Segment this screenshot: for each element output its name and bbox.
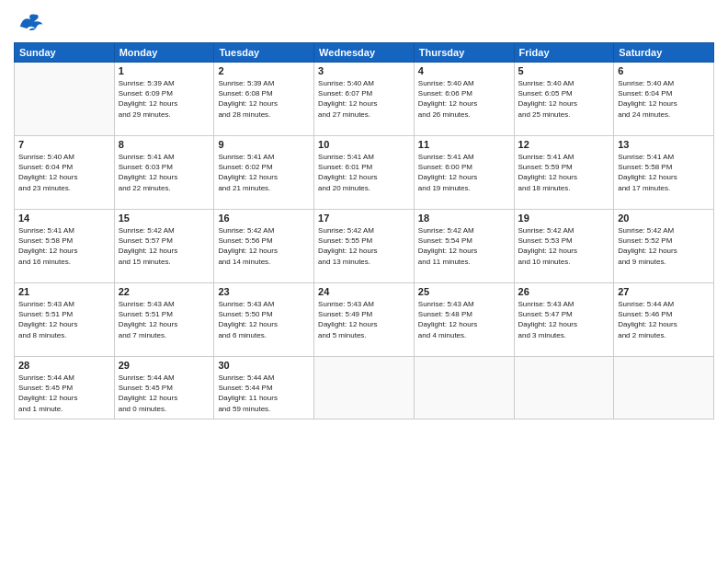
day-info: Sunrise: 5:44 AM Sunset: 5:44 PM Dayligh… [218, 373, 310, 414]
day-info: Sunrise: 5:41 AM Sunset: 6:03 PM Dayligh… [119, 152, 210, 193]
day-info: Sunrise: 5:42 AM Sunset: 5:54 PM Dayligh… [418, 225, 510, 267]
calendar-cell: 4Sunrise: 5:40 AM Sunset: 6:06 PM Daylig… [414, 63, 514, 136]
day-info: Sunrise: 5:41 AM Sunset: 5:59 PM Dayligh… [518, 152, 610, 193]
day-info: Sunrise: 5:43 AM Sunset: 5:49 PM Dayligh… [318, 299, 410, 340]
day-number: 24 [318, 286, 410, 297]
day-info: Sunrise: 5:43 AM Sunset: 5:51 PM Dayligh… [119, 299, 210, 340]
day-info: Sunrise: 5:44 AM Sunset: 5:45 PM Dayligh… [119, 373, 210, 414]
day-number: 7 [18, 139, 110, 150]
calendar-cell: 6Sunrise: 5:40 AM Sunset: 6:04 PM Daylig… [614, 63, 714, 136]
calendar-cell: 11Sunrise: 5:41 AM Sunset: 6:00 PM Dayli… [414, 136, 514, 210]
day-info: Sunrise: 5:43 AM Sunset: 5:48 PM Dayligh… [418, 299, 510, 340]
day-info: Sunrise: 5:39 AM Sunset: 6:08 PM Dayligh… [218, 78, 310, 120]
day-number: 11 [418, 139, 510, 150]
calendar-cell: 5Sunrise: 5:40 AM Sunset: 6:05 PM Daylig… [514, 63, 614, 136]
day-info: Sunrise: 5:40 AM Sunset: 6:04 PM Dayligh… [18, 152, 110, 193]
day-number: 30 [218, 360, 310, 371]
calendar-cell: 22Sunrise: 5:43 AM Sunset: 5:51 PM Dayli… [114, 283, 214, 357]
day-info: Sunrise: 5:41 AM Sunset: 5:58 PM Dayligh… [618, 152, 710, 193]
calendar-cell: 7Sunrise: 5:40 AM Sunset: 6:04 PM Daylig… [15, 136, 115, 210]
day-number: 23 [218, 286, 310, 297]
calendar-cell: 13Sunrise: 5:41 AM Sunset: 5:58 PM Dayli… [614, 136, 714, 210]
week-row-3: 14Sunrise: 5:41 AM Sunset: 5:58 PM Dayli… [15, 210, 714, 283]
weekday-header-row: SundayMondayTuesdayWednesdayThursdayFrid… [15, 43, 714, 63]
day-info: Sunrise: 5:40 AM Sunset: 6:05 PM Dayligh… [518, 78, 610, 120]
calendar-cell: 2Sunrise: 5:39 AM Sunset: 6:08 PM Daylig… [214, 63, 314, 136]
weekday-header-thursday: Thursday [414, 43, 514, 63]
day-info: Sunrise: 5:44 AM Sunset: 5:46 PM Dayligh… [618, 299, 710, 340]
day-info: Sunrise: 5:42 AM Sunset: 5:56 PM Dayligh… [218, 225, 310, 267]
day-number: 28 [18, 360, 110, 371]
day-info: Sunrise: 5:42 AM Sunset: 5:53 PM Dayligh… [518, 225, 610, 267]
calendar-cell: 1Sunrise: 5:39 AM Sunset: 6:09 PM Daylig… [114, 63, 214, 136]
calendar-cell [414, 357, 514, 419]
week-row-4: 21Sunrise: 5:43 AM Sunset: 5:51 PM Dayli… [15, 283, 714, 357]
logo-bird-icon [17, 9, 44, 37]
day-info: Sunrise: 5:44 AM Sunset: 5:45 PM Dayligh… [18, 373, 110, 414]
day-number: 8 [119, 139, 210, 150]
day-info: Sunrise: 5:41 AM Sunset: 5:58 PM Dayligh… [18, 225, 110, 267]
calendar-cell: 15Sunrise: 5:42 AM Sunset: 5:57 PM Dayli… [114, 210, 214, 283]
calendar-cell: 10Sunrise: 5:41 AM Sunset: 6:01 PM Dayli… [314, 136, 415, 210]
calendar-cell: 9Sunrise: 5:41 AM Sunset: 6:02 PM Daylig… [214, 136, 314, 210]
calendar-cell: 19Sunrise: 5:42 AM Sunset: 5:53 PM Dayli… [514, 210, 614, 283]
day-number: 27 [618, 286, 710, 297]
day-number: 15 [119, 213, 210, 224]
calendar-cell: 21Sunrise: 5:43 AM Sunset: 5:51 PM Dayli… [15, 283, 115, 357]
calendar-cell: 8Sunrise: 5:41 AM Sunset: 6:03 PM Daylig… [114, 136, 214, 210]
calendar-cell: 3Sunrise: 5:40 AM Sunset: 6:07 PM Daylig… [314, 63, 415, 136]
day-number: 22 [119, 286, 210, 297]
calendar-cell [514, 357, 614, 419]
calendar-cell: 23Sunrise: 5:43 AM Sunset: 5:50 PM Dayli… [214, 283, 314, 357]
day-info: Sunrise: 5:42 AM Sunset: 5:52 PM Dayligh… [618, 225, 710, 267]
week-row-5: 28Sunrise: 5:44 AM Sunset: 5:45 PM Dayli… [15, 357, 714, 419]
weekday-header-friday: Friday [514, 43, 614, 63]
calendar-cell: 16Sunrise: 5:42 AM Sunset: 5:56 PM Dayli… [214, 210, 314, 283]
day-number: 29 [119, 360, 210, 371]
day-number: 14 [18, 213, 110, 224]
day-info: Sunrise: 5:41 AM Sunset: 6:01 PM Dayligh… [318, 152, 410, 193]
day-number: 16 [218, 213, 310, 224]
day-info: Sunrise: 5:43 AM Sunset: 5:50 PM Dayligh… [218, 299, 310, 340]
calendar-cell: 28Sunrise: 5:44 AM Sunset: 5:45 PM Dayli… [15, 357, 115, 419]
calendar-cell [314, 357, 415, 419]
day-number: 1 [119, 65, 210, 76]
weekday-header-sunday: Sunday [15, 43, 115, 63]
day-number: 2 [218, 65, 310, 76]
page: SundayMondayTuesdayWednesdayThursdayFrid… [0, 0, 728, 563]
day-number: 3 [318, 65, 410, 76]
day-info: Sunrise: 5:41 AM Sunset: 6:02 PM Dayligh… [218, 152, 310, 193]
header [14, 9, 714, 37]
day-number: 26 [518, 286, 610, 297]
weekday-header-tuesday: Tuesday [214, 43, 314, 63]
day-info: Sunrise: 5:40 AM Sunset: 6:06 PM Dayligh… [418, 78, 510, 120]
calendar-cell: 18Sunrise: 5:42 AM Sunset: 5:54 PM Dayli… [414, 210, 514, 283]
day-info: Sunrise: 5:43 AM Sunset: 5:51 PM Dayligh… [18, 299, 110, 340]
day-number: 25 [418, 286, 510, 297]
day-number: 12 [518, 139, 610, 150]
calendar-cell: 24Sunrise: 5:43 AM Sunset: 5:49 PM Dayli… [314, 283, 415, 357]
day-number: 21 [18, 286, 110, 297]
day-number: 18 [418, 213, 510, 224]
calendar-table: SundayMondayTuesdayWednesdayThursdayFrid… [14, 42, 714, 419]
day-number: 4 [418, 65, 510, 76]
day-number: 20 [618, 213, 710, 224]
logo [14, 9, 44, 37]
calendar-cell: 25Sunrise: 5:43 AM Sunset: 5:48 PM Dayli… [414, 283, 514, 357]
day-number: 13 [618, 139, 710, 150]
weekday-header-saturday: Saturday [614, 43, 714, 63]
weekday-header-wednesday: Wednesday [314, 43, 415, 63]
calendar-cell: 27Sunrise: 5:44 AM Sunset: 5:46 PM Dayli… [614, 283, 714, 357]
day-number: 5 [518, 65, 610, 76]
weekday-header-monday: Monday [114, 43, 214, 63]
calendar-cell [614, 357, 714, 419]
calendar-cell: 14Sunrise: 5:41 AM Sunset: 5:58 PM Dayli… [15, 210, 115, 283]
calendar-cell: 30Sunrise: 5:44 AM Sunset: 5:44 PM Dayli… [214, 357, 314, 419]
day-info: Sunrise: 5:42 AM Sunset: 5:55 PM Dayligh… [318, 225, 410, 267]
day-number: 17 [318, 213, 410, 224]
day-number: 19 [518, 213, 610, 224]
day-info: Sunrise: 5:43 AM Sunset: 5:47 PM Dayligh… [518, 299, 610, 340]
day-number: 10 [318, 139, 410, 150]
day-info: Sunrise: 5:41 AM Sunset: 6:00 PM Dayligh… [418, 152, 510, 193]
calendar-cell: 17Sunrise: 5:42 AM Sunset: 5:55 PM Dayli… [314, 210, 415, 283]
